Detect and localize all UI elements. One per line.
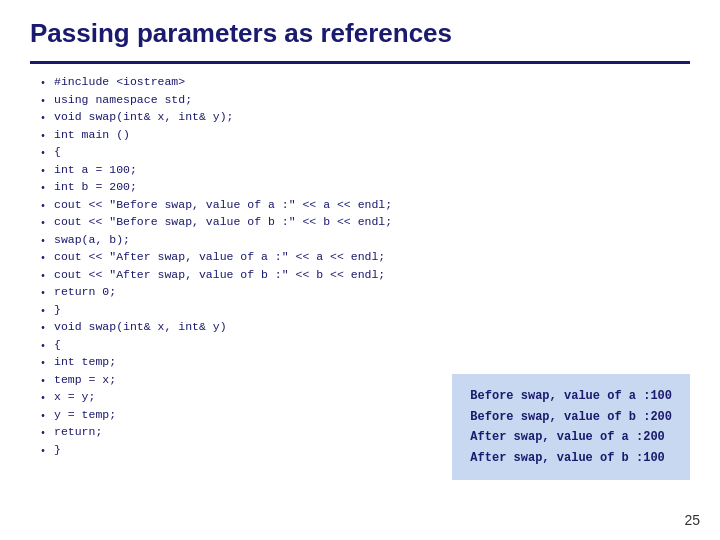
bullet-icon: • (40, 340, 46, 355)
slide: Passing parameters as references •#inclu… (0, 0, 720, 540)
bullet-icon: • (40, 130, 46, 145)
code-text: return; (54, 424, 102, 441)
page-number: 25 (684, 512, 700, 528)
bullet-icon: • (40, 77, 46, 92)
code-text: } (54, 442, 61, 459)
bullet-icon: • (40, 392, 46, 407)
code-line: •void swap(int& x, int& y); (40, 109, 690, 127)
code-line: •int main () (40, 127, 690, 145)
code-text: swap(a, b); (54, 232, 130, 249)
output-line: After swap, value of a :200 (470, 427, 672, 447)
bullet-icon: • (40, 200, 46, 215)
code-text: x = y; (54, 389, 95, 406)
bullet-icon: • (40, 165, 46, 180)
code-line: •cout << "After swap, value of a :" << a… (40, 249, 690, 267)
bullet-icon: • (40, 112, 46, 127)
code-text: cout << "After swap, value of a :" << a … (54, 249, 385, 266)
title-underline (30, 61, 690, 64)
code-line: •cout << "Before swap, value of a :" << … (40, 197, 690, 215)
bullet-icon: • (40, 322, 46, 337)
bullet-icon: • (40, 235, 46, 250)
code-text: return 0; (54, 284, 116, 301)
code-text: { (54, 337, 61, 354)
output-line: After swap, value of b :100 (470, 448, 672, 468)
title-bar: Passing parameters as references (30, 18, 690, 49)
bullet-icon: • (40, 147, 46, 162)
code-text: void swap(int& x, int& y) (54, 319, 227, 336)
bullet-icon: • (40, 252, 46, 267)
code-text: void swap(int& x, int& y); (54, 109, 233, 126)
code-line: •{ (40, 144, 690, 162)
code-text: int a = 100; (54, 162, 137, 179)
code-line: •return 0; (40, 284, 690, 302)
code-line: •int b = 200; (40, 179, 690, 197)
code-line: •cout << "After swap, value of b :" << b… (40, 267, 690, 285)
slide-title: Passing parameters as references (30, 18, 452, 49)
code-line: •void swap(int& x, int& y) (40, 319, 690, 337)
code-line: •swap(a, b); (40, 232, 690, 250)
code-text: temp = x; (54, 372, 116, 389)
bullet-icon: • (40, 270, 46, 285)
bullet-icon: • (40, 217, 46, 232)
code-line: •using namespace std; (40, 92, 690, 110)
bullet-icon: • (40, 305, 46, 320)
output-line: Before swap, value of b :200 (470, 407, 672, 427)
code-text: using namespace std; (54, 92, 192, 109)
bullet-icon: • (40, 95, 46, 110)
bullet-icon: • (40, 427, 46, 442)
bullet-icon: • (40, 375, 46, 390)
bullet-icon: • (40, 182, 46, 197)
code-text: y = temp; (54, 407, 116, 424)
code-line: •cout << "Before swap, value of b :" << … (40, 214, 690, 232)
bullet-icon: • (40, 410, 46, 425)
code-text: { (54, 144, 61, 161)
code-text: cout << "Before swap, value of b :" << b… (54, 214, 392, 231)
code-text: int main () (54, 127, 130, 144)
code-line: •} (40, 302, 690, 320)
code-line: •{ (40, 337, 690, 355)
code-line: •#include <iostream> (40, 74, 690, 92)
code-line: •int temp; (40, 354, 690, 372)
code-text: #include <iostream> (54, 74, 185, 91)
code-text: cout << "After swap, value of b :" << b … (54, 267, 385, 284)
bullet-icon: • (40, 287, 46, 302)
code-text: int temp; (54, 354, 116, 371)
output-box: Before swap, value of a :100Before swap,… (452, 374, 690, 480)
bullet-icon: • (40, 445, 46, 460)
code-line: •int a = 100; (40, 162, 690, 180)
code-text: } (54, 302, 61, 319)
code-text: cout << "Before swap, value of a :" << a… (54, 197, 392, 214)
code-text: int b = 200; (54, 179, 137, 196)
bullet-icon: • (40, 357, 46, 372)
output-line: Before swap, value of a :100 (470, 386, 672, 406)
